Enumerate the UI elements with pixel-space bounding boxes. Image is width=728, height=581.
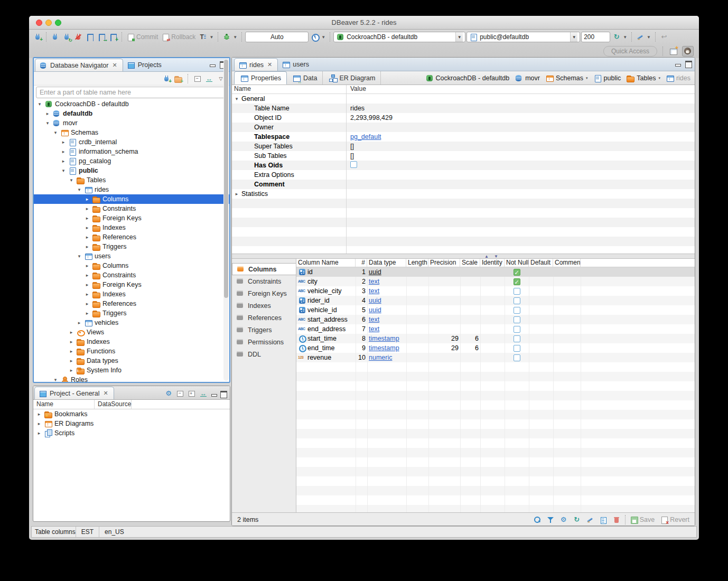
property-value[interactable]: rides bbox=[346, 105, 365, 112]
tree-expander-icon[interactable]: ▾ bbox=[77, 254, 82, 259]
edit-button[interactable] bbox=[586, 516, 594, 524]
column-row-id[interactable]: id1uuid bbox=[296, 267, 695, 277]
property-value[interactable]: 2,293,998,429 bbox=[346, 114, 393, 121]
project-item-bookmarks[interactable]: ▸Bookmarks bbox=[33, 409, 230, 419]
link-with-editor-icon[interactable] bbox=[199, 389, 208, 398]
property-row-table-name[interactable]: Table Namerides bbox=[232, 104, 695, 113]
property-row-statistics[interactable]: ▸Statistics bbox=[232, 189, 695, 199]
minimize-editor-icon[interactable] bbox=[675, 61, 681, 66]
settings-button[interactable] bbox=[559, 516, 568, 524]
maximize-view-icon[interactable] bbox=[220, 391, 227, 396]
tree-item-columns[interactable]: ▸Columns bbox=[34, 261, 229, 270]
tree-item-constraints[interactable]: ▸Constraints bbox=[34, 270, 229, 280]
not-null-checkbox[interactable] bbox=[514, 316, 520, 323]
tree-expander-icon[interactable]: ▾ bbox=[69, 177, 74, 183]
grid-header-not-null[interactable]: Not Null bbox=[505, 259, 529, 267]
column-row-vehicle_city[interactable]: vehicle_city3text bbox=[296, 286, 695, 296]
property-row-super-tables[interactable]: Super Tables[] bbox=[232, 142, 695, 151]
property-value[interactable] bbox=[346, 161, 357, 170]
tree-item-public[interactable]: ▾public bbox=[34, 166, 229, 175]
maximize-editor-icon[interactable] bbox=[685, 61, 692, 66]
connect-button[interactable] bbox=[50, 32, 60, 42]
zoom-window-button[interactable] bbox=[55, 20, 61, 26]
tree-expander-icon[interactable]: ▸ bbox=[61, 149, 66, 154]
connection-select[interactable]: CockroachDB - defaultdb▼ bbox=[333, 32, 465, 42]
tree-expander-icon[interactable]: ▸ bbox=[85, 225, 90, 230]
column-row-end_address[interactable]: end_address7text bbox=[296, 324, 695, 334]
tree-expander-icon[interactable]: ▸ bbox=[85, 263, 90, 268]
tree-item-rides[interactable]: ▾rides bbox=[34, 185, 229, 194]
not-null-checkbox[interactable] bbox=[514, 345, 520, 352]
column-row-end_time[interactable]: end_time9timestamp296 bbox=[296, 343, 695, 353]
tree-item-cockroachdb-defaultdb[interactable]: ▾CockroachDB - defaultdb bbox=[34, 99, 229, 109]
splitter-handle[interactable]: ▲ ▼ bbox=[232, 254, 695, 259]
tree-item-information-schema[interactable]: ▸information_schema bbox=[34, 147, 229, 156]
tree-expander-icon[interactable]: ▸ bbox=[85, 292, 90, 297]
property-row-tablespace[interactable]: Tablespacepg_default bbox=[232, 132, 695, 142]
tree-item-columns[interactable]: ▸Columns bbox=[34, 194, 229, 204]
data-type-link[interactable]: text bbox=[369, 278, 379, 285]
tree-expander-icon[interactable]: ▸ bbox=[69, 368, 74, 373]
tree-item-constraints[interactable]: ▸Constraints bbox=[34, 204, 229, 213]
tree-expander-icon[interactable]: ▾ bbox=[37, 101, 42, 107]
navigator-scrollbar[interactable] bbox=[223, 59, 229, 381]
tree-expander-icon[interactable]: ▾ bbox=[53, 377, 58, 382]
project-item-er-diagrams[interactable]: ▸ER Diagrams bbox=[33, 419, 230, 428]
fetch-size-input[interactable]: 200 bbox=[581, 32, 610, 42]
subtab-er-diagram[interactable]: ER Diagram bbox=[323, 71, 381, 85]
tree-expander-icon[interactable]: ▾ bbox=[234, 96, 239, 101]
new-connection-button[interactable]: + bbox=[32, 32, 43, 42]
tree-item-tables[interactable]: ▾Tables bbox=[34, 175, 229, 185]
tree-expander-icon[interactable]: ▸ bbox=[69, 349, 74, 354]
tree-expander-icon[interactable]: ▸ bbox=[61, 139, 66, 145]
new-connection-icon[interactable]: + bbox=[162, 74, 171, 83]
tree-expander-icon[interactable]: ▸ bbox=[85, 311, 90, 316]
transaction-mode-button[interactable]: ▼ bbox=[198, 32, 214, 42]
tree-item-schemas[interactable]: ▾Schemas bbox=[34, 128, 229, 137]
grid-header-length[interactable]: Length bbox=[406, 259, 428, 267]
data-type-link[interactable]: timestamp bbox=[369, 335, 399, 342]
data-type-link[interactable]: text bbox=[369, 325, 379, 333]
data-type-link[interactable]: text bbox=[369, 316, 379, 323]
sql-format-button[interactable]: ▼ bbox=[635, 32, 652, 42]
data-type-link[interactable]: timestamp bbox=[369, 344, 399, 352]
tree-item-defaultdb[interactable]: ▸defaultdb bbox=[34, 109, 229, 118]
not-null-checkbox[interactable] bbox=[514, 297, 520, 304]
detail-tab-indexes[interactable]: Indexes bbox=[232, 299, 296, 312]
commit-button[interactable]: Commit bbox=[125, 32, 159, 42]
breadcrumb-cockroachdb-defaultdb[interactable]: CockroachDB - defaultdb bbox=[425, 74, 510, 82]
schema-select[interactable]: public@defaultdb▼ bbox=[466, 32, 580, 42]
tree-item-data-types[interactable]: ▸Data types bbox=[34, 356, 229, 366]
link-with-editor-icon[interactable] bbox=[205, 74, 213, 83]
filter-button[interactable] bbox=[546, 516, 555, 524]
revert-button[interactable]: Revert bbox=[660, 516, 689, 524]
chevron-down-icon[interactable]: ▾ bbox=[658, 76, 660, 80]
search-button[interactable] bbox=[533, 516, 542, 524]
subtab-properties[interactable]: Properties bbox=[234, 71, 287, 85]
dbeaver-perspective-button[interactable] bbox=[682, 46, 694, 57]
sql-editor-button[interactable] bbox=[85, 32, 95, 42]
property-value[interactable]: pg_default bbox=[346, 133, 381, 140]
property-value-link[interactable]: pg_default bbox=[350, 133, 381, 140]
query-history-button[interactable]: ▼ bbox=[310, 32, 326, 42]
tree-item-indexes[interactable]: ▸Indexes bbox=[34, 337, 229, 346]
grid-header-data-type[interactable]: Data type bbox=[367, 259, 406, 267]
tree-item-pg-catalog[interactable]: ▸pg_catalog bbox=[34, 156, 229, 166]
column-row-vehicle_id[interactable]: vehicle_id5uuid bbox=[296, 305, 695, 315]
not-null-checkbox[interactable] bbox=[514, 326, 520, 333]
close-tab-icon[interactable]: ✕ bbox=[267, 61, 272, 68]
tree-expander-icon[interactable]: ▸ bbox=[85, 244, 90, 249]
tree-expander-icon[interactable]: ▸ bbox=[69, 330, 74, 335]
tree-expander-icon[interactable]: ▸ bbox=[85, 273, 90, 278]
not-null-checkbox[interactable] bbox=[514, 307, 520, 314]
close-tab-icon[interactable]: ✕ bbox=[112, 62, 117, 69]
detail-tab-foreign-keys[interactable]: Foreign Keys bbox=[232, 287, 296, 299]
not-null-checkbox[interactable] bbox=[514, 335, 520, 342]
tree-item-roles[interactable]: ▾Roles bbox=[34, 375, 229, 383]
detail-tab-references[interactable]: References bbox=[232, 312, 296, 324]
tree-expander-icon[interactable]: ▸ bbox=[69, 358, 74, 363]
tree-expander-icon[interactable]: ▸ bbox=[85, 301, 90, 306]
chevron-down-icon[interactable]: ▾ bbox=[586, 76, 588, 80]
grid-header-precision[interactable]: Precision bbox=[428, 259, 460, 267]
property-row-object-id[interactable]: Object ID2,293,998,429 bbox=[232, 113, 695, 123]
